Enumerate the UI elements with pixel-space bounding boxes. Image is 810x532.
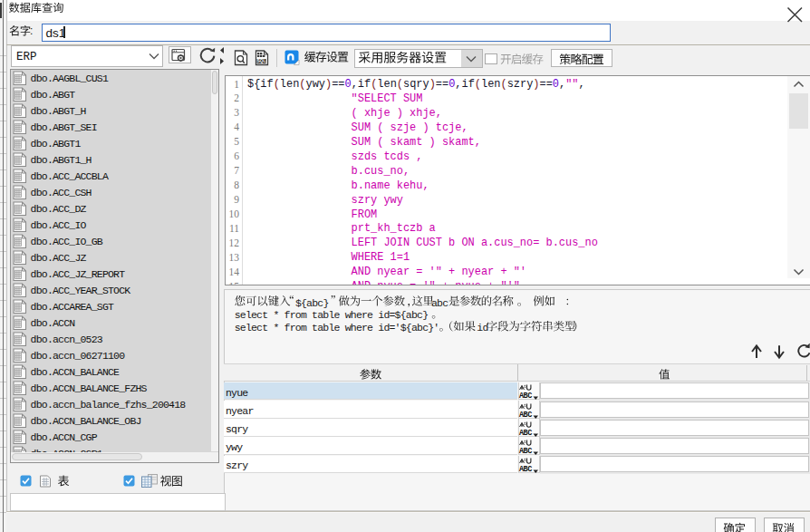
- svg-text:ABC: ABC: [519, 428, 532, 437]
- svg-text:SQL: SQL: [257, 59, 266, 63]
- svg-text:ABC: ABC: [519, 465, 532, 474]
- svg-text:ABC: ABC: [519, 410, 532, 419]
- svg-text:ABC: ABC: [519, 446, 532, 455]
- svg-text:ABC: ABC: [519, 392, 532, 401]
